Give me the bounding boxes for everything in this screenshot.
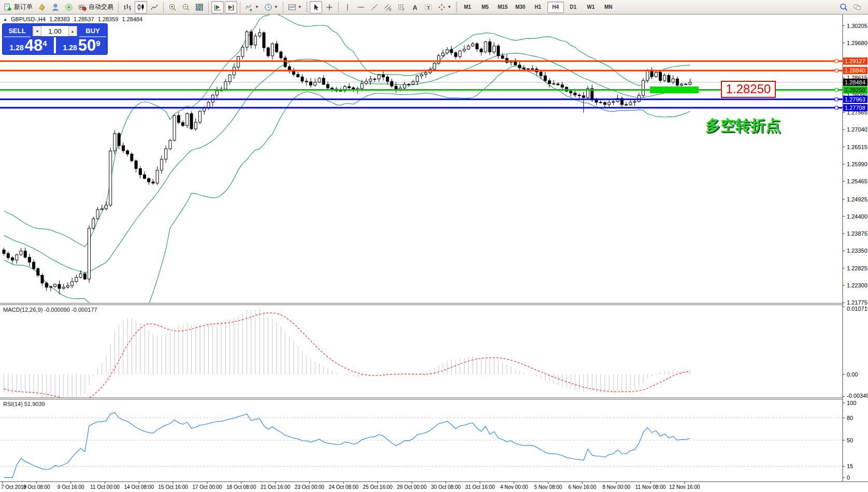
candle-body — [301, 77, 303, 81]
sell-button[interactable]: SELL — [4, 25, 31, 37]
cursor-button[interactable] — [310, 1, 322, 13]
candle-body — [378, 75, 380, 79]
candle-body — [659, 73, 661, 81]
candle-body — [633, 102, 636, 102]
candle-body — [484, 42, 487, 52]
candle-body — [131, 154, 133, 161]
candle-body — [254, 36, 257, 45]
chevron-down-icon[interactable]: ▼ — [255, 5, 259, 9]
candle-body — [16, 255, 18, 260]
buy-price[interactable]: 1.28 50 9 — [56, 37, 107, 53]
arrows-button[interactable]: ▼ — [436, 1, 454, 13]
annotation-note-text[interactable]: 多空转折点 — [705, 117, 780, 134]
level-line-handle — [835, 89, 838, 92]
periods-button[interactable]: ▼ — [262, 1, 280, 13]
auto-scroll-button[interactable] — [211, 1, 224, 13]
candle-body — [88, 228, 91, 279]
styler-button[interactable] — [36, 1, 48, 13]
volume-increase-button[interactable]: ▲ — [68, 26, 77, 36]
candle-body — [169, 140, 171, 149]
macd-pane — [4, 309, 690, 402]
candle-body — [599, 102, 602, 103]
candle-body — [250, 32, 252, 45]
timeframe-h4-button[interactable]: H4 — [547, 2, 564, 13]
candle-body — [190, 113, 193, 128]
candle-body — [425, 73, 427, 75]
signals-button[interactable] — [63, 1, 75, 13]
candle-body — [161, 159, 163, 170]
toolbar-grip[interactable] — [456, 2, 457, 12]
candle-body — [476, 44, 479, 49]
chart-template-button[interactable]: ▼ — [286, 1, 304, 13]
chart-area[interactable]: 1.302051.296801.286151.280901.275651.270… — [0, 15, 868, 492]
equidistant-channel-button[interactable]: E — [382, 1, 394, 13]
chevron-down-icon[interactable]: ▼ — [274, 5, 278, 9]
candle-body — [454, 53, 457, 56]
candle-body — [672, 79, 674, 82]
timeframe-d1-button[interactable]: D1 — [565, 2, 582, 13]
toolbar-right-icons — [837, 1, 868, 13]
autotrading-button[interactable]: 自动交易 — [76, 1, 115, 13]
indicators-button[interactable]: ▼ — [243, 1, 261, 13]
trendline-button[interactable] — [368, 1, 381, 13]
timeframe-h1-button[interactable]: H1 — [530, 2, 546, 13]
candle-body — [386, 77, 389, 81]
text-label-button[interactable]: T — [422, 1, 435, 13]
vertical-line-button[interactable] — [341, 1, 354, 13]
volume-decrease-button[interactable]: ▼ — [33, 26, 41, 36]
timeframe-mn-button[interactable]: MN — [600, 2, 617, 13]
buy-price-big: 50 — [78, 39, 96, 52]
rsi-scale-label: 80 — [847, 415, 853, 421]
chart-canvas[interactable]: 1.302051.296801.286151.280901.275651.270… — [0, 15, 868, 492]
candle-body — [570, 91, 572, 93]
level-price-label-text: 1.27708 — [845, 105, 865, 111]
bar-chart-button[interactable] — [121, 1, 134, 13]
clock-icon — [264, 3, 272, 11]
search-button[interactable] — [837, 1, 850, 13]
candle-body — [561, 85, 563, 88]
candle-body — [446, 50, 449, 53]
time-tick-label: 14 Oct 08:00 — [124, 484, 154, 490]
crosshair-button[interactable] — [323, 1, 336, 13]
candle-body — [182, 123, 184, 126]
zoom-in-button[interactable] — [166, 1, 179, 13]
new-order-button[interactable]: 新订单 — [2, 1, 35, 13]
volume-value[interactable]: 1.00 — [42, 27, 68, 35]
chevron-down-icon[interactable]: ▼ — [298, 5, 302, 9]
candle-body — [681, 84, 683, 85]
line-chart-button[interactable] — [148, 1, 161, 13]
buy-button[interactable]: BUY — [79, 25, 106, 37]
auto-scroll-icon — [213, 3, 222, 11]
horizontal-line-button[interactable] — [355, 1, 367, 13]
text-button[interactable]: A — [409, 1, 421, 13]
timeframe-m30-button[interactable]: M30 — [512, 2, 529, 13]
price-callout-box[interactable]: 1.28250 — [721, 81, 775, 97]
svg-text:F: F — [402, 8, 404, 11]
timeframe-m15-button[interactable]: M15 — [495, 2, 511, 13]
chat-button[interactable] — [851, 1, 863, 13]
timeframe-m1-button[interactable]: M1 — [459, 2, 476, 13]
collapse-arrow-icon[interactable]: ▲ — [3, 17, 7, 22]
price-tick-label: 1.24400 — [847, 213, 867, 220]
sell-price[interactable]: 1.28 48 4 — [3, 37, 54, 53]
candle-body — [403, 84, 406, 88]
chevron-down-icon[interactable]: ▼ — [447, 5, 452, 9]
candle-body — [96, 210, 99, 219]
timeframe-w1-button[interactable]: W1 — [583, 2, 599, 13]
candle-chart-button[interactable] — [135, 1, 147, 13]
level-price-label-text: 1.27963 — [845, 96, 865, 103]
fibonacci-button[interactable]: F — [395, 1, 408, 13]
time-tick-label: 18 Oct 08:00 — [226, 484, 256, 490]
toolbar-grip[interactable] — [306, 2, 308, 12]
chart-shift-button[interactable] — [225, 1, 237, 13]
zoom-out-button[interactable] — [180, 1, 192, 13]
candle-body — [416, 76, 418, 82]
rsi-scale-label: 0 — [847, 474, 850, 481]
tiles-icon — [195, 3, 204, 11]
new-order-icon — [4, 3, 12, 11]
timeframe-m5-button[interactable]: M5 — [477, 2, 494, 13]
community-button[interactable] — [49, 1, 62, 13]
tile-windows-button[interactable] — [193, 1, 206, 13]
candle-body — [280, 52, 282, 58]
candle-body — [373, 79, 376, 79]
